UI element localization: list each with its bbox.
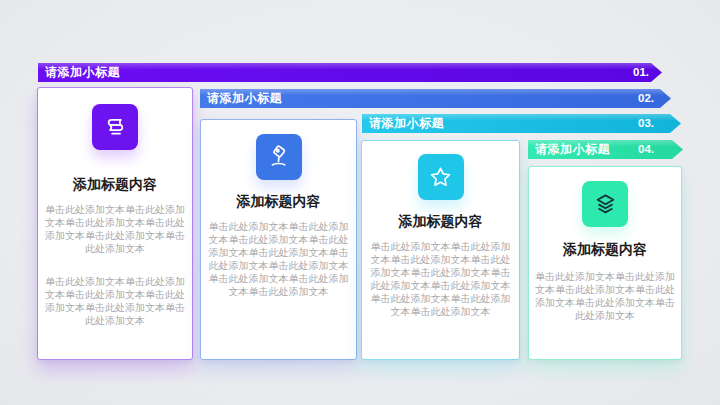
subtitle-label: 请添加小标题 bbox=[362, 114, 444, 133]
stamp-icon[interactable] bbox=[256, 134, 302, 180]
subtitle-label: 请添加小标题 bbox=[528, 140, 610, 159]
card-paragraph: 单击此处添加文本单击此处添加文本单击此处添加文本单击此处添加文本单击此处添加文本… bbox=[42, 275, 188, 327]
subtitle-bar-04[interactable]: 请添加小标题 04. bbox=[528, 140, 683, 159]
card-paragraph: 单击此处添加文本单击此处添加文本单击此处添加文本单击此处添加文本单击此处添加文本… bbox=[206, 220, 352, 298]
card-paragraph: 单击此处添加文本单击此处添加文本单击此处添加文本单击此处添加文本单击此处添加文本… bbox=[42, 203, 188, 255]
content-card-04[interactable]: 添加标题内容 单击此处添加文本单击此处添加文本单击此处添加文本单击此处添加文本单… bbox=[528, 166, 682, 360]
subtitle-bar-02[interactable]: 请添加小标题 02. bbox=[200, 89, 671, 108]
card-title: 添加标题内容 bbox=[73, 176, 157, 193]
card-title: 添加标题内容 bbox=[237, 193, 321, 210]
content-card-03[interactable]: 添加标题内容 单击此处添加文本单击此处添加文本单击此处添加文本单击此处添加文本单… bbox=[361, 140, 520, 360]
step-number: 02. bbox=[638, 89, 671, 108]
subtitle-label: 请添加小标题 bbox=[38, 63, 120, 82]
step-number: 04. bbox=[638, 140, 683, 159]
presentation-slide: 请添加小标题 01. 添加标题内容 单击此处添加文本单击此处添加文本单击此处添加… bbox=[0, 0, 720, 405]
content-card-01[interactable]: 添加标题内容 单击此处添加文本单击此处添加文本单击此处添加文本单击此处添加文本单… bbox=[37, 87, 193, 360]
step-number: 03. bbox=[638, 114, 681, 133]
card-title: 添加标题内容 bbox=[399, 213, 483, 230]
card-paragraph: 单击此处添加文本单击此处添加文本单击此处添加文本单击此处添加文本单击此处添加文本… bbox=[534, 270, 676, 322]
layers-icon[interactable] bbox=[582, 181, 628, 227]
books-icon[interactable] bbox=[92, 104, 138, 150]
card-paragraph: 单击此处添加文本单击此处添加文本单击此处添加文本单击此处添加文本单击此处添加文本… bbox=[368, 240, 514, 318]
subtitle-label: 请添加小标题 bbox=[200, 89, 282, 108]
step-number: 01. bbox=[633, 63, 662, 82]
star-icon[interactable] bbox=[418, 154, 464, 200]
subtitle-bar-01[interactable]: 请添加小标题 01. bbox=[38, 63, 662, 82]
subtitle-bar-03[interactable]: 请添加小标题 03. bbox=[362, 114, 681, 133]
card-title: 添加标题内容 bbox=[563, 241, 647, 258]
content-card-02[interactable]: 添加标题内容 单击此处添加文本单击此处添加文本单击此处添加文本单击此处添加文本单… bbox=[200, 119, 357, 360]
